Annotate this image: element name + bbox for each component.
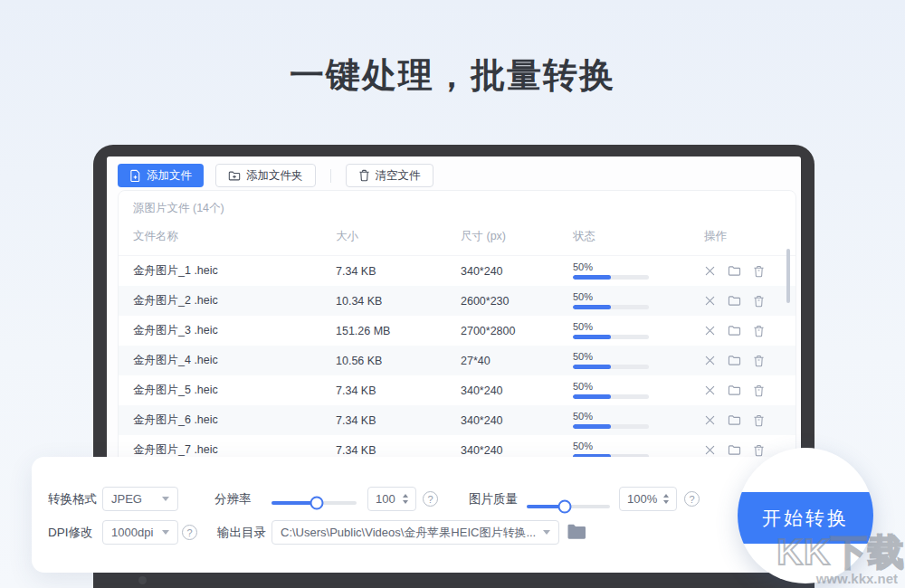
- output-dir-label: 输出目录: [217, 525, 266, 541]
- file-dimensions: 2600*230: [461, 295, 573, 308]
- file-status: 50%: [573, 322, 704, 339]
- file-size: 7.34 KB: [336, 384, 461, 397]
- file-size: 10.34 KB: [336, 295, 461, 308]
- cancel-icon[interactable]: [704, 325, 716, 337]
- file-dimensions: 340*240: [461, 414, 573, 427]
- progress-fill: [573, 335, 611, 339]
- progress-label: 50%: [573, 292, 704, 302]
- delete-icon[interactable]: [753, 325, 765, 337]
- folder-plus-icon: [228, 170, 241, 182]
- file-name: 金舟图片_5 .heic: [133, 383, 336, 398]
- file-actions: [704, 295, 795, 308]
- delete-icon[interactable]: [753, 384, 765, 397]
- table-row: 金舟图片_1 .heic 7.34 KB 340*240 50%: [119, 256, 795, 286]
- file-size: 7.34 KB: [336, 414, 461, 427]
- quality-slider-handle[interactable]: [558, 500, 572, 514]
- progress-bar: [573, 394, 649, 399]
- open-folder-icon[interactable]: [728, 414, 741, 426]
- table-row: 金舟图片_5 .heic 7.34 KB 340*240 50%: [119, 375, 795, 405]
- quality-help-icon[interactable]: ?: [684, 491, 700, 507]
- dpi-help-icon[interactable]: ?: [182, 525, 197, 540]
- clear-files-button[interactable]: 清空文件: [346, 164, 433, 187]
- file-actions: [704, 325, 795, 337]
- resolution-slider[interactable]: [272, 501, 357, 505]
- progress-bar: [573, 424, 649, 429]
- progress-bar: [573, 275, 649, 280]
- resolution-slider-handle[interactable]: [310, 497, 323, 510]
- browse-folder-icon[interactable]: [567, 524, 586, 539]
- resolution-help-icon[interactable]: ?: [423, 491, 438, 507]
- cancel-icon[interactable]: [704, 414, 716, 426]
- resolution-stepper[interactable]: 100: [367, 487, 416, 511]
- add-folder-button[interactable]: 添加文件夹: [215, 164, 316, 187]
- quality-label: 图片质量: [469, 491, 518, 507]
- file-actions: [704, 384, 795, 397]
- file-dimensions: 27*40: [461, 355, 573, 367]
- quality-slider[interactable]: [527, 505, 610, 508]
- delete-icon[interactable]: [753, 414, 765, 427]
- file-status: 50%: [573, 382, 704, 399]
- file-dimensions: 2700*2800: [461, 325, 573, 337]
- progress-fill: [573, 394, 611, 399]
- page-title: 一键处理，批量转换: [0, 52, 905, 99]
- open-folder-icon[interactable]: [728, 265, 741, 277]
- cancel-icon[interactable]: [704, 295, 716, 307]
- progress-label: 50%: [573, 441, 704, 451]
- file-name: 金舟图片_1 .heic: [133, 263, 336, 279]
- open-folder-icon[interactable]: [728, 444, 741, 456]
- delete-icon[interactable]: [753, 444, 765, 457]
- file-dimensions: 340*240: [461, 444, 573, 457]
- add-files-button[interactable]: 添加文件: [118, 164, 204, 187]
- table-row: 金舟图片_6 .heic 7.34 KB 340*240 50%: [119, 405, 795, 435]
- file-status: 50%: [573, 292, 704, 309]
- open-folder-icon[interactable]: [728, 384, 741, 396]
- delete-icon[interactable]: [753, 295, 765, 308]
- progress-fill: [573, 275, 611, 280]
- col-header-name: 文件名称: [133, 229, 336, 244]
- delete-icon[interactable]: [753, 355, 765, 367]
- table-body: 金舟图片_1 .heic 7.34 KB 340*240 50% 金舟图片_2 …: [119, 256, 795, 465]
- file-actions: [704, 355, 795, 367]
- progress-bar: [573, 305, 649, 309]
- format-select[interactable]: JPEG: [102, 487, 178, 511]
- stepper-arrows-icon[interactable]: [403, 494, 408, 504]
- file-status: 50%: [573, 412, 704, 429]
- cancel-icon[interactable]: [704, 355, 716, 366]
- progress-bar: [573, 335, 649, 339]
- output-dir-value: C:\Users\Public\Videos\金舟苹果HEIC图片转换...: [281, 525, 536, 541]
- table-row: 金舟图片_4 .heic 10.56 KB 27*40 50%: [119, 346, 795, 375]
- file-dimensions: 340*240: [461, 265, 573, 278]
- progress-label: 50%: [573, 352, 704, 362]
- cancel-icon[interactable]: [704, 444, 716, 456]
- file-actions: [704, 265, 795, 278]
- delete-icon[interactable]: [753, 265, 765, 278]
- quality-stepper[interactable]: 100%: [619, 487, 677, 511]
- progress-label: 50%: [573, 262, 704, 272]
- settings-panel: 转换格式 JPEG 分辨率 100 ? 图片质量 100% ? DPI修改 10…: [32, 457, 783, 573]
- chevron-down-icon: [162, 497, 169, 501]
- format-value: JPEG: [111, 492, 142, 506]
- file-size: 10.56 KB: [336, 355, 461, 367]
- table-row: 金舟图片_2 .heic 10.34 KB 2600*230 50%: [119, 286, 795, 316]
- stepper-arrows-icon[interactable]: [663, 494, 669, 504]
- progress-fill: [573, 365, 611, 369]
- laptop-bezel-dot: [138, 576, 147, 584]
- quality-value: 100%: [627, 492, 657, 506]
- start-conversion-button[interactable]: 开始转换: [738, 492, 873, 544]
- file-name: 金舟图片_4 .heic: [133, 353, 336, 368]
- file-name: 金舟图片_6 .heic: [133, 413, 336, 428]
- progress-fill: [573, 424, 611, 429]
- chevron-down-icon: [543, 530, 550, 535]
- open-folder-icon[interactable]: [728, 355, 741, 366]
- open-folder-icon[interactable]: [728, 295, 741, 307]
- resolution-value: 100: [376, 492, 395, 506]
- output-dir-select[interactable]: C:\Users\Public\Videos\金舟苹果HEIC图片转换...: [272, 520, 559, 545]
- open-folder-icon[interactable]: [728, 325, 741, 337]
- scrollbar-thumb[interactable]: [786, 249, 790, 303]
- file-actions: [704, 414, 795, 427]
- format-label: 转换格式: [48, 491, 97, 507]
- dpi-select[interactable]: 1000dpi: [102, 520, 178, 545]
- cancel-icon[interactable]: [704, 384, 716, 396]
- cancel-icon[interactable]: [704, 265, 716, 277]
- file-size: 7.34 KB: [336, 444, 461, 457]
